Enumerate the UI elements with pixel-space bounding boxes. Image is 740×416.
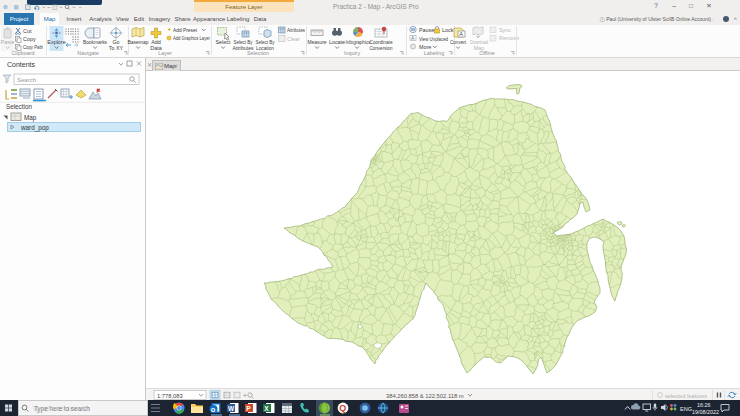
- svg-text:Attributes: Attributes: [287, 27, 305, 33]
- svg-text:Search: Search: [17, 77, 36, 83]
- svg-text:View Unplaced: View Unplaced: [419, 36, 448, 42]
- svg-text:Clear: Clear: [287, 36, 300, 42]
- svg-text:o: o: [211, 405, 216, 414]
- svg-text:Pause: Pause: [419, 27, 434, 33]
- svg-text:Offline: Offline: [479, 50, 494, 56]
- svg-text:Infographics: Infographics: [346, 39, 371, 45]
- svg-text:P: P: [246, 405, 251, 412]
- svg-text:Copy: Copy: [23, 36, 36, 42]
- svg-text:Q: Q: [339, 403, 346, 413]
- svg-text:Measure: Measure: [308, 39, 327, 45]
- svg-text:Type here to search: Type here to search: [32, 405, 88, 413]
- svg-text:Select: Select: [216, 39, 231, 45]
- svg-text:A: A: [459, 31, 463, 37]
- svg-text:Basemap: Basemap: [128, 39, 149, 45]
- svg-text:+: +: [243, 392, 247, 399]
- svg-text:Clipboard: Clipboard: [11, 50, 34, 56]
- svg-text:384,260.858 & 122,502.118 m: 384,260.858 & 122,502.118 m: [386, 393, 464, 399]
- svg-text:Cut: Cut: [23, 28, 32, 34]
- svg-text:To XY: To XY: [109, 45, 124, 51]
- svg-text:Locate: Locate: [329, 39, 345, 45]
- svg-text:Add Preset: Add Preset: [173, 27, 197, 33]
- svg-text:1:778,083: 1:778,083: [157, 393, 183, 399]
- svg-text:Bookmarks: Bookmarks: [83, 39, 107, 45]
- svg-text:Inquiry: Inquiry: [344, 50, 360, 56]
- svg-text:Explore: Explore: [47, 39, 65, 45]
- svg-text:16:26: 16:26: [697, 402, 711, 408]
- svg-text:X: X: [264, 405, 269, 412]
- svg-text:Conversion: Conversion: [370, 45, 393, 51]
- svg-text:ENG: ENG: [680, 406, 692, 412]
- svg-text:ward_pop: ward_pop: [20, 124, 49, 132]
- svg-text:Add Graphics Layer: Add Graphics Layer: [173, 35, 210, 41]
- svg-text:19/08/2022: 19/08/2022: [692, 409, 719, 415]
- svg-text:selected features: selected features: [665, 393, 707, 399]
- svg-text:W: W: [228, 405, 235, 412]
- svg-text:Paste: Paste: [1, 39, 15, 45]
- svg-text:Selection: Selection: [6, 103, 32, 110]
- svg-text:Map: Map: [24, 114, 37, 122]
- svg-text:Convert: Convert: [450, 39, 466, 45]
- svg-text:Contents: Contents: [7, 61, 36, 68]
- svg-text:Navigate: Navigate: [77, 50, 98, 56]
- svg-text:Sync: Sync: [499, 27, 511, 33]
- svg-text:Selection: Selection: [247, 50, 269, 56]
- svg-text:Layer: Layer: [158, 50, 172, 56]
- svg-text:Labeling: Labeling: [424, 50, 444, 56]
- svg-text:Lock: Lock: [442, 27, 454, 33]
